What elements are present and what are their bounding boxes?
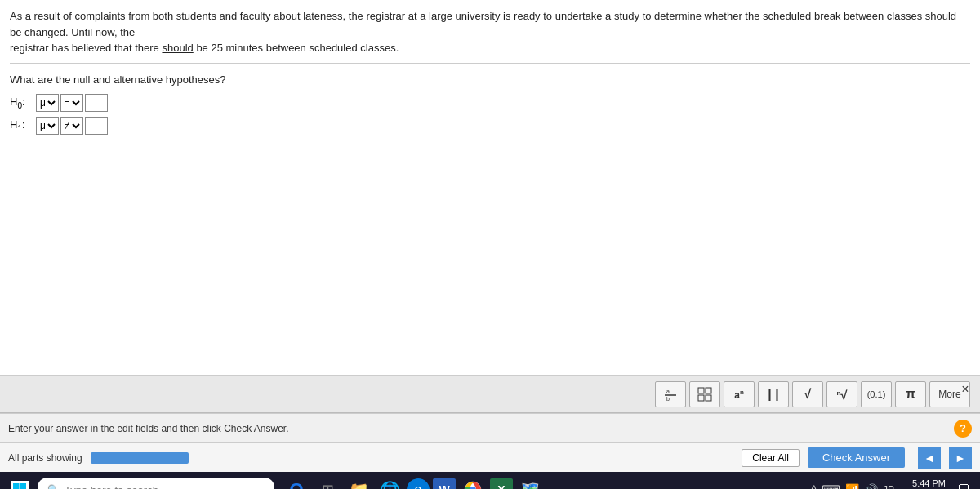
- main-content: As a result of complaints from both stud…: [0, 0, 980, 376]
- cortana-icon[interactable]: O: [283, 476, 310, 489]
- excel-icon[interactable]: X: [490, 478, 513, 489]
- h1-select-2[interactable]: ≠=<>≤≥: [60, 117, 83, 135]
- svg-rect-8: [20, 483, 27, 489]
- question-text-part1: As a result of complaints from both stud…: [10, 10, 956, 38]
- paren-btn[interactable]: (0.1): [861, 381, 892, 407]
- svg-rect-7: [13, 483, 20, 489]
- maps-icon[interactable]: 🗺️: [516, 476, 544, 489]
- next-button[interactable]: ►: [949, 447, 972, 469]
- svg-rect-3: [698, 388, 704, 393]
- fraction-btn[interactable]: a b: [655, 381, 686, 407]
- volume-icon[interactable]: 🔊: [864, 483, 878, 489]
- help-icon: ?: [960, 422, 966, 434]
- prev-icon: ◄: [924, 451, 935, 465]
- question-text-part3: be 25 minutes between scheduled classes.: [196, 42, 399, 54]
- svg-text:b: b: [666, 396, 670, 402]
- hypothesis-h1-row: H1: μ=≠<> ≠=<>≤≥: [10, 117, 970, 135]
- abs-btn[interactable]: | |: [758, 381, 789, 407]
- all-parts-label: All parts showing: [8, 452, 82, 464]
- time-display: 5:44 PM: [901, 478, 946, 489]
- hypothesis-h0-row: H0: μ=≠<> =≠<>≤≥: [10, 94, 970, 112]
- h1-select-1[interactable]: μ=≠<>: [36, 117, 59, 135]
- search-icon: 🔍: [47, 484, 60, 489]
- taskbar-right: ^ ⌨ 📶 🔊 JP 5:44 PM 12/15/2020 🗨: [811, 478, 975, 489]
- taskbar-apps: O ⊞ 📁 🌐 e W X 🗺️: [283, 476, 544, 489]
- question-text-part2: registrar has believed that there: [10, 42, 159, 54]
- h0-label: H0:: [10, 96, 31, 110]
- clear-all-button[interactable]: Clear All: [742, 449, 800, 467]
- close-icon: ×: [961, 382, 969, 397]
- notification-icon: 🗨: [957, 482, 970, 489]
- hypothesis-question: What are the null and alternative hypoth…: [10, 73, 970, 86]
- svg-rect-6: [706, 395, 711, 401]
- h1-label: H1:: [10, 118, 31, 133]
- lang-icon: JP: [883, 484, 894, 489]
- superscript-btn[interactable]: an: [724, 381, 755, 407]
- file-explorer-icon[interactable]: 📁: [345, 476, 372, 489]
- search-input[interactable]: [65, 484, 265, 490]
- svg-rect-5: [698, 395, 704, 401]
- system-icons: ^ ⌨ 📶 🔊 JP: [811, 482, 894, 490]
- h0-input[interactable]: [85, 94, 108, 112]
- next-icon: ►: [955, 451, 966, 465]
- chrome-icon[interactable]: [459, 476, 487, 489]
- task-view-icon[interactable]: ⊞: [314, 476, 341, 489]
- h0-select-1[interactable]: μ=≠<>: [36, 94, 59, 112]
- parts-bar: All parts showing Clear All Check Answer…: [0, 442, 980, 472]
- math-toolbar: a b an | | √ n√ (0.1) π More: [0, 376, 980, 413]
- nth-root-btn[interactable]: n√: [826, 381, 858, 407]
- progress-bar: [91, 452, 189, 464]
- clock[interactable]: 5:44 PM 12/15/2020: [901, 478, 946, 489]
- matrix-btn[interactable]: [689, 381, 720, 407]
- edge-icon[interactable]: e: [407, 478, 430, 489]
- network-icon[interactable]: 📶: [845, 483, 859, 489]
- start-button[interactable]: [5, 475, 34, 489]
- question-text: As a result of complaints from both stud…: [10, 8, 970, 64]
- sqrt-btn[interactable]: √: [792, 381, 823, 407]
- taskbar: 🔍 O ⊞ 📁 🌐 e W X 🗺: [0, 472, 980, 489]
- taskbar-search[interactable]: 🔍: [38, 478, 274, 489]
- prev-button[interactable]: ◄: [918, 447, 941, 469]
- svg-rect-4: [706, 388, 711, 393]
- close-btn[interactable]: ×: [957, 381, 973, 398]
- windows-icon: [11, 481, 29, 489]
- keyboard-icon[interactable]: ⌨: [822, 482, 840, 490]
- bottom-bar: Enter your answer in the edit fields and…: [0, 413, 980, 442]
- clear-all-label: Clear All: [752, 452, 789, 464]
- question-text-underline: should: [162, 42, 193, 54]
- notification-button[interactable]: 🗨: [952, 478, 975, 489]
- expand-icon[interactable]: ^: [811, 483, 817, 489]
- word-icon[interactable]: W: [433, 478, 456, 489]
- check-answer-label: Check Answer: [822, 451, 890, 464]
- h1-input[interactable]: [85, 117, 108, 135]
- pi-btn[interactable]: π: [895, 381, 926, 407]
- check-answer-button[interactable]: Check Answer: [808, 447, 905, 468]
- answer-instruction: Enter your answer in the edit fields and…: [8, 423, 954, 434]
- svg-text:a: a: [666, 389, 670, 394]
- help-button[interactable]: ?: [954, 420, 972, 438]
- h0-select-2[interactable]: =≠<>≤≥: [60, 94, 83, 112]
- browser-icon[interactable]: 🌐: [376, 476, 403, 489]
